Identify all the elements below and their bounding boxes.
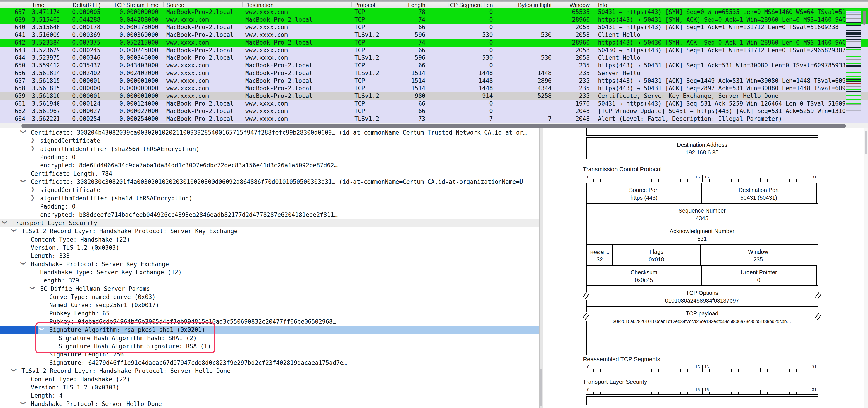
column-header-delta[interactable]: Delta(RTT) [60,2,102,8]
diagram-field-sequence-number[interactable]: Sequence Number4345 [586,203,818,224]
packet-row[interactable]: 6503.5594120.0354370.043403000www.xxxx.c… [0,62,868,69]
column-header-src[interactable]: Source [164,2,242,8]
tree-row[interactable]: Pubkey Length: 65 [0,309,539,317]
diagram-field-flags[interactable]: Flags0x018 [612,244,701,265]
tree-row[interactable]: Pubkey: 04ebad6cde94964bf6e3005d4ef7eb99… [0,317,539,326]
tree-row[interactable]: Version: TLS 1.2 (0x0303) [0,383,539,391]
tree-row[interactable]: ❯signedCertificate [0,186,539,194]
tree-row[interactable]: ❯Transport Layer Security [0,219,539,227]
expander-down-icon[interactable]: ❯ [11,228,17,232]
packet-row[interactable]: 6443.5239750.0003460.000346000MacBook-Pr… [0,54,868,62]
diagram-field-source-port[interactable]: Source Porthttps (443) [586,183,702,204]
diagram-field-acknowledgment-number[interactable]: Acknowledgment Number531 [586,224,818,245]
diagram-field-destination-address[interactable]: Destination Address192.168.6.35 [586,137,818,159]
packet-row[interactable]: 6583.5618150.0000000.000000000www.xxxx.c… [0,85,868,92]
diagram-field-checksum[interactable]: Checksum0x0c45 [586,265,702,286]
tree-row[interactable]: Handshake Type: Server Key Exchange (12) [0,268,539,276]
column-header-win[interactable]: Window [555,2,591,8]
tree-row[interactable]: Version: TLS 1.2 (0x0303) [0,244,539,252]
tree-row[interactable]: Padding: 0 [0,153,539,161]
column-header-info[interactable]: Info [596,2,845,8]
tree-row[interactable]: ❯TLSv1.2 Record Layer: Handshake Protoco… [0,227,539,235]
packet-row[interactable]: 6373.4711740.0000050.000000000MacBook-Pr… [0,8,868,16]
tree-row[interactable]: ❯algorithmIdentifier (sha256WithRSAEncry… [0,145,539,153]
tree-row[interactable]: Length: 329 [0,276,539,284]
tree-row[interactable]: ❯TLSv1.2 Record Layer: Handshake Protoco… [0,367,539,375]
diagram-scrollbar-thumb[interactable] [865,131,867,154]
expander-down-icon[interactable]: ❯ [39,327,45,331]
column-header-len[interactable]: Length [394,2,427,8]
packet-list-minimap[interactable] [846,9,861,111]
tree-row[interactable]: encrypted: b88dceefe714bacfeeb044926cb43… [0,211,539,219]
tree-row[interactable]: Signature Hash Algorithm Signature: RSA … [0,342,539,350]
tree-row[interactable]: Length: 333 [0,252,539,260]
tree-row[interactable]: Content Type: Handshake (22) [0,236,539,244]
column-separator[interactable] [428,2,428,7]
expander-down-icon[interactable]: ❯ [20,179,27,183]
diagram-field-destination-port[interactable]: Destination Port50431 (50431) [701,183,817,204]
tree-row[interactable]: ❯EC Diffie-Hellman Server Params [0,285,539,293]
tree-row[interactable]: Curve Type: named_curve (0x03) [0,293,539,301]
expander-right-icon[interactable]: ❯ [31,145,35,151]
column-header-dst[interactable]: Destination [244,2,351,8]
tree-row[interactable]: ❯Certificate: 308204b43082039ca003020102… [0,128,539,136]
column-separator[interactable] [242,2,243,7]
packet-row[interactable]: 6573.5618150.0000010.000001000www.xxxx.c… [0,77,868,85]
tree-row[interactable]: ❯Handshake Protocol: Server Key Exchange [0,260,539,268]
packet-row[interactable]: 6643.5622210.0002540.000254000MacBook-Pr… [0,115,868,123]
tree-row[interactable]: Signature: 64279d46ff1e91c4daeac67d97947… [0,359,539,367]
tree-row[interactable]: Named Curve: secp256r1 (0x0017) [0,301,539,309]
packet-row[interactable]: 6613.5619400.0001240.000124000MacBook-Pr… [0,100,868,108]
diagram-field-tcp-payload[interactable]: TCP payload3082010a0282010100ceb1c12ed34… [586,306,818,327]
packet-row[interactable]: 6393.5154620.0442880.044288000www.xxxx.c… [0,16,868,24]
tree-row[interactable]: Length: 4 [0,391,539,400]
expander-down-icon[interactable]: ❯ [2,220,8,224]
diagram-field-window[interactable]: Window235 [700,244,816,265]
column-header-seglen[interactable]: TCP Segment Len [429,2,495,8]
column-separator[interactable] [351,2,352,7]
packet-row[interactable]: 6593.5618160.0000010.000001000www.xxxx.c… [0,92,868,100]
tree-scrollbar-thumb[interactable] [540,369,542,406]
tree-row[interactable]: encrypted: 8de6fd4066a34c9ca7aba1da84dd1… [0,161,539,169]
tree-row[interactable]: ❯Signature Algorithm: rsa_pkcs1_sha1 (0x… [0,326,539,334]
column-separator[interactable] [163,2,164,7]
packet-row[interactable]: 6423.5233840.0073750.052215000www.xxxx.c… [0,39,868,46]
diagram-field-header-[interactable]: Header ...32 [586,244,614,265]
packet-list-vertical-scrollbar[interactable] [863,11,866,25]
tree-row[interactable]: ❯algorithmIdentifier (sha1WithRSAEncrypt… [0,194,539,202]
expander-right-icon[interactable]: ❯ [31,194,35,200]
diagram-field-urgent-pointer[interactable]: Urgent Pointer0 [701,265,817,286]
column-separator[interactable] [554,2,554,7]
expander-right-icon[interactable]: ❯ [31,137,35,143]
packet-row[interactable]: 6563.5618140.0024020.002402000www.xxxx.c… [0,69,868,77]
packet-list-horizontal-scrollbar[interactable] [0,123,868,129]
expander-down-icon[interactable]: ❯ [20,261,27,265]
tree-row[interactable]: ❯signedCertificate [0,136,539,145]
expander-down-icon[interactable]: ❯ [30,286,36,290]
packet-row[interactable]: 6403.5156400.0001780.000178000MacBook-Pr… [0,24,868,31]
column-header-no[interactable] [0,2,27,8]
expander-right-icon[interactable]: ❯ [31,186,35,192]
expander-down-icon[interactable]: ❯ [20,401,27,405]
column-header-bif[interactable]: Bytes in flight [497,2,554,8]
packet-row[interactable]: 6433.5236290.0002450.000245000MacBook-Pr… [0,46,868,54]
tree-row[interactable]: ❯Certificate: 3082030c308201f4a003020102… [0,178,539,186]
packet-list-header[interactable]: TimeDelta(RTT)TCP Stream TimeSourceDesti… [0,2,868,9]
packet-row[interactable]: 6413.5160090.0003690.000369000MacBook-Pr… [0,31,868,39]
tree-row[interactable]: ❯Handshake Protocol: Server Hello Done [0,400,539,408]
column-header-time[interactable]: Time [30,2,59,8]
diagram-field-tcp-options[interactable]: TCP Options0101080a2458984f03137e97 [586,285,818,307]
tree-row[interactable]: Certificate Length: 784 [0,169,539,178]
tree-row[interactable]: Padding: 0 [0,202,539,211]
tree-row[interactable]: Signature Hash Algorithm Hash: SHA1 (2) [0,334,539,342]
column-separator[interactable] [102,2,103,7]
diagram-scrollbar[interactable] [864,128,868,408]
tree-row[interactable]: Content Type: Handshake (22) [0,375,539,383]
column-header-stream[interactable]: TCP Stream Time [104,2,160,8]
tree-row[interactable]: Signature Length: 256 [0,350,539,358]
column-separator[interactable] [29,2,29,7]
column-header-proto[interactable]: Protocol [352,2,392,8]
expander-down-icon[interactable]: ❯ [11,368,17,372]
column-separator[interactable] [393,2,393,7]
expander-down-icon[interactable]: ❯ [20,130,27,134]
